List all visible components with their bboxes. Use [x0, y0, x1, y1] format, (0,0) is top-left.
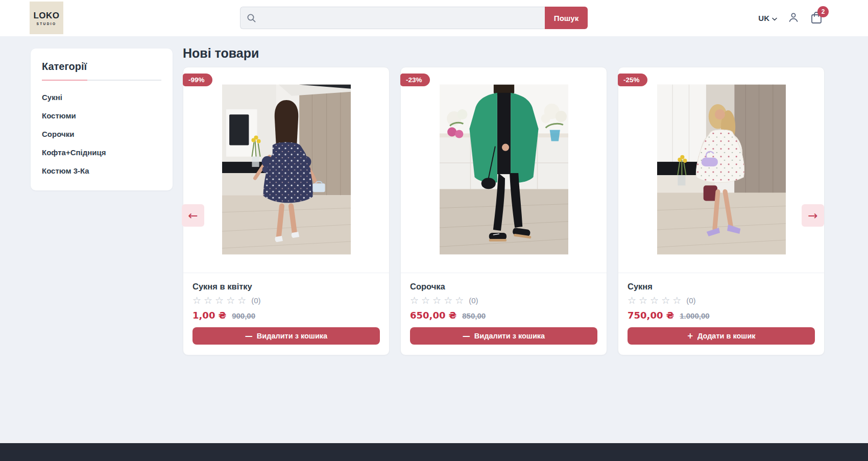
cart-button-label: Видалити з кошика	[257, 332, 327, 340]
categories-underline	[42, 80, 161, 81]
product-info: Сукня в квітку ☆ ☆ ☆ ☆ ☆ (0) 1,00 ₴ 900,…	[183, 273, 389, 345]
minus-icon: —	[463, 332, 470, 340]
currency-symbol: ₴	[219, 310, 226, 321]
sidebar-item-dresses[interactable]: Сукні	[42, 93, 161, 102]
star-icon: ☆	[650, 296, 659, 305]
product-image-area[interactable]: -25%	[618, 67, 824, 273]
product-card: -25% Сукня ☆ ☆ ☆ ☆ ☆ (0) 750,00 ₴ 1.000,…	[618, 67, 825, 355]
product-card: -99% Сукня в квітку ☆ ☆ ☆ ☆ ☆ (0) 1,00 ₴…	[183, 67, 390, 355]
sidebar-item-suits[interactable]: Костюми	[42, 111, 161, 120]
discount-badge: -99%	[183, 74, 212, 86]
price-row: 650,00 ₴ 850,00	[410, 310, 597, 321]
cart-count-badge: 2	[817, 6, 829, 17]
star-icon: ☆	[226, 296, 235, 305]
carousel-prev-button[interactable]: ←	[182, 204, 204, 227]
header-actions: UK	[758, 0, 823, 36]
language-selector[interactable]: UK	[758, 14, 777, 22]
carousel-next-button[interactable]: →	[802, 204, 824, 227]
search-input[interactable]	[240, 7, 545, 29]
rating-count: (0)	[469, 296, 478, 305]
search-button[interactable]: Пошук	[545, 7, 588, 29]
product-title[interactable]: Сукня	[628, 282, 815, 292]
star-icon: ☆	[444, 296, 452, 305]
product-photo-white-dress	[657, 84, 786, 255]
page: LOKO STUDIO Пошук UK	[0, 0, 868, 461]
product-grid: -99% Сукня в квітку ☆ ☆ ☆ ☆ ☆ (0) 1,00 ₴…	[183, 67, 825, 355]
add-to-cart-button[interactable]: + Додати в кошик	[628, 327, 815, 345]
arrow-left-icon: ←	[188, 210, 198, 222]
categories-panel: Категорії Сукні Костюми Сорочки Кофта+Сп…	[31, 48, 173, 190]
user-icon	[787, 11, 800, 25]
remove-from-cart-button[interactable]: — Видалити з кошика	[192, 327, 380, 345]
sidebar-item-top-skirt[interactable]: Кофта+Спідниця	[42, 148, 161, 157]
old-price: 900,00	[232, 311, 255, 320]
product-info: Сукня ☆ ☆ ☆ ☆ ☆ (0) 750,00 ₴ 1.000,00 + …	[618, 273, 824, 345]
rating-row: ☆ ☆ ☆ ☆ ☆ (0)	[628, 296, 815, 305]
sidebar-item-shirts[interactable]: Сорочки	[42, 130, 161, 138]
rating-count: (0)	[251, 296, 260, 305]
cart-button[interactable]: 2	[810, 11, 823, 26]
logo-text-sub: STUDIO	[37, 22, 57, 26]
star-icon: ☆	[672, 296, 681, 305]
star-icon: ☆	[432, 296, 441, 305]
footer	[0, 443, 868, 461]
star-icon: ☆	[661, 296, 670, 305]
star-icon: ☆	[421, 296, 430, 305]
current-price: 750,00 ₴	[628, 310, 674, 321]
cart-button-label: Додати в кошик	[697, 332, 756, 340]
star-icon: ☆	[237, 296, 246, 305]
product-card: -23% Сорочка ☆ ☆ ☆ ☆ ☆ (0) 650,00 ₴ 850,…	[400, 67, 607, 355]
chevron-down-icon	[772, 14, 777, 22]
rating-count: (0)	[686, 296, 695, 305]
arrow-right-icon: →	[808, 210, 817, 222]
product-image-area[interactable]: -23%	[401, 67, 607, 273]
product-info: Сорочка ☆ ☆ ☆ ☆ ☆ (0) 650,00 ₴ 850,00 — …	[401, 273, 607, 345]
product-photo-floral-navy-dress	[222, 84, 351, 255]
search-bar: Пошук	[240, 7, 588, 29]
star-icon: ☆	[639, 296, 647, 305]
product-title[interactable]: Сорочка	[410, 282, 597, 292]
price-row: 750,00 ₴ 1.000,00	[628, 310, 815, 321]
page-title: Нові товари	[183, 46, 259, 61]
current-price: 650,00 ₴	[410, 310, 456, 321]
account-button[interactable]	[787, 11, 800, 25]
star-icon: ☆	[204, 296, 212, 305]
discount-badge: -25%	[618, 74, 647, 86]
categories-title: Категорії	[42, 61, 161, 72]
product-photo-green-shirt	[440, 84, 568, 255]
old-price: 850,00	[462, 311, 486, 320]
header: LOKO STUDIO Пошук UK	[0, 0, 868, 36]
minus-icon: —	[245, 332, 253, 340]
current-price: 1,00 ₴	[192, 310, 226, 321]
price-row: 1,00 ₴ 900,00	[192, 310, 380, 321]
product-image-area[interactable]: -99%	[183, 67, 389, 273]
old-price: 1.000,00	[680, 311, 709, 320]
rating-row: ☆ ☆ ☆ ☆ ☆ (0)	[410, 296, 597, 305]
rating-row: ☆ ☆ ☆ ☆ ☆ (0)	[192, 296, 380, 305]
star-icon: ☆	[192, 296, 201, 305]
star-icon: ☆	[410, 296, 419, 305]
plus-icon: +	[687, 332, 693, 340]
currency-symbol: ₴	[449, 310, 456, 321]
cart-button-label: Видалити з кошика	[474, 332, 545, 340]
logo-text-main: LOKO	[33, 11, 59, 21]
language-label: UK	[758, 14, 769, 22]
product-title[interactable]: Сукня в квітку	[192, 282, 380, 292]
currency-symbol: ₴	[666, 310, 674, 321]
sidebar-item-suit-3[interactable]: Костюм 3-Ка	[42, 166, 161, 175]
categories-list: Сукні Костюми Сорочки Кофта+Спідниця Кос…	[42, 93, 161, 175]
star-icon: ☆	[215, 296, 224, 305]
logo[interactable]: LOKO STUDIO	[30, 2, 63, 34]
remove-from-cart-button[interactable]: — Видалити з кошика	[410, 327, 597, 345]
star-icon: ☆	[455, 296, 464, 305]
star-icon: ☆	[628, 296, 636, 305]
discount-badge: -23%	[400, 74, 430, 86]
